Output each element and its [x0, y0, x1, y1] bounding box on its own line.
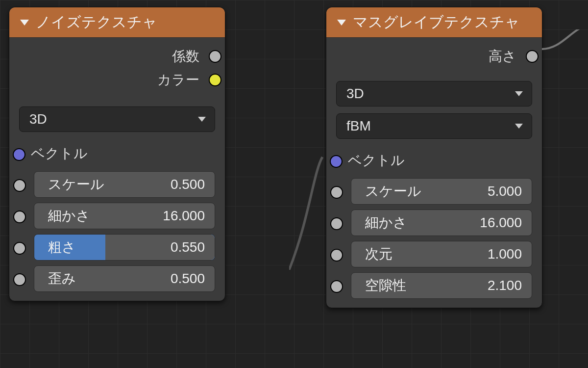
- node-body-musgrave: 高さ 3D fBM ベクトル スケール 5.000 細かさ 16.000 次元: [326, 38, 542, 308]
- input-scale-row[interactable]: スケール 0.500: [34, 171, 215, 198]
- output-height-row: 高さ: [336, 45, 532, 68]
- input-vector-socket[interactable]: [13, 148, 25, 161]
- input-distortion-socket[interactable]: [13, 273, 26, 286]
- input-scale-label: スケール: [365, 182, 421, 201]
- input-dimension-row[interactable]: 次元 1.000: [351, 241, 532, 267]
- input-detail-label: 細かさ: [365, 213, 407, 232]
- input-detail-value: 16.000: [407, 215, 522, 231]
- node-body-noise: 係数 カラー 3D ベクトル スケール 0.500 細かさ 16.000 粗さ: [9, 38, 225, 301]
- input-dimension-value: 1.000: [392, 246, 522, 262]
- output-color-row: カラー: [19, 68, 215, 92]
- input-dimension-socket[interactable]: [330, 249, 343, 262]
- input-detail-row[interactable]: 細かさ 16.000: [34, 203, 215, 229]
- output-fac-socket[interactable]: [209, 50, 221, 63]
- input-scale-value: 0.500: [104, 177, 205, 192]
- node-noise-texture[interactable]: ノイズテクスチャ 係数 カラー 3D ベクトル スケール 0.500 細かさ 1…: [9, 7, 225, 301]
- output-height-label: 高さ: [489, 47, 516, 66]
- input-roughness-value: 0.550: [105, 235, 215, 260]
- input-vector-label: ベクトル: [31, 144, 88, 163]
- node-musgrave-texture[interactable]: マスグレイブテクスチャ 高さ 3D fBM ベクトル スケール 5.000 細か…: [326, 7, 542, 308]
- input-lacunarity-row[interactable]: 空隙性 2.100: [351, 272, 532, 299]
- input-distortion-row[interactable]: 歪み 0.500: [34, 265, 215, 292]
- input-roughness-label: 粗さ: [48, 238, 105, 257]
- input-vector-row: ベクトル: [19, 141, 215, 166]
- input-roughness-row[interactable]: 粗さ 0.550: [34, 234, 215, 261]
- input-scale-label: スケール: [48, 175, 104, 194]
- input-detail-row[interactable]: 細かさ 16.000: [351, 210, 532, 236]
- output-fac-label: 係数: [172, 47, 199, 66]
- dropdown-dimensions[interactable]: 3D: [19, 106, 215, 132]
- output-fac-row: 係数: [19, 45, 215, 68]
- collapse-icon[interactable]: [20, 20, 29, 26]
- input-lacunarity-value: 2.100: [406, 278, 522, 293]
- node-title: ノイズテクスチャ: [36, 14, 157, 30]
- node-header-musgrave[interactable]: マスグレイブテクスチャ: [326, 7, 542, 38]
- input-dimension-label: 次元: [365, 245, 392, 263]
- input-scale-socket[interactable]: [13, 179, 26, 192]
- input-detail-label: 細かさ: [48, 207, 90, 225]
- input-roughness-socket[interactable]: [13, 242, 26, 255]
- dropdown-dimensions-value: 3D: [29, 111, 47, 127]
- input-distortion-label: 歪み: [48, 269, 76, 288]
- input-detail-socket[interactable]: [13, 210, 26, 223]
- input-lacunarity-socket[interactable]: [330, 280, 343, 293]
- input-scale-value: 5.000: [421, 184, 522, 199]
- node-title: マスグレイブテクスチャ: [353, 14, 520, 30]
- input-vector-label: ベクトル: [348, 151, 405, 170]
- dropdown-type-value: fBM: [346, 118, 371, 134]
- output-color-label: カラー: [157, 71, 199, 89]
- node-header-noise[interactable]: ノイズテクスチャ: [9, 7, 225, 38]
- input-vector-socket[interactable]: [330, 155, 343, 168]
- input-lacunarity-label: 空隙性: [365, 276, 406, 295]
- input-scale-row[interactable]: スケール 5.000: [351, 178, 532, 205]
- output-height-socket[interactable]: [526, 50, 539, 63]
- dropdown-dimensions-value: 3D: [346, 86, 364, 102]
- input-distortion-value: 0.500: [76, 271, 205, 287]
- dropdown-type[interactable]: fBM: [336, 113, 532, 139]
- input-vector-row: ベクトル: [336, 148, 532, 173]
- input-detail-socket[interactable]: [330, 217, 343, 230]
- collapse-icon[interactable]: [337, 20, 346, 26]
- dropdown-dimensions[interactable]: 3D: [336, 81, 532, 106]
- input-scale-socket[interactable]: [330, 186, 343, 199]
- input-detail-value: 16.000: [90, 208, 205, 224]
- chevron-down-icon: [198, 117, 206, 122]
- output-color-socket[interactable]: [209, 74, 221, 86]
- chevron-down-icon: [515, 124, 523, 129]
- chevron-down-icon: [515, 91, 523, 96]
